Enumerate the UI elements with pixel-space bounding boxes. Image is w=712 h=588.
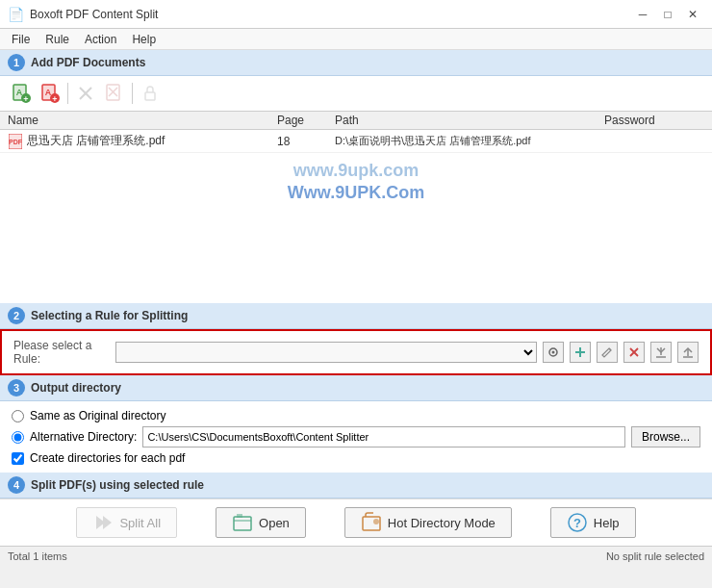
add-pdf-button[interactable]: A + bbox=[8, 80, 35, 107]
split-all-button[interactable]: Split All bbox=[76, 507, 177, 538]
svg-text:PDF: PDF bbox=[9, 139, 22, 145]
table-row[interactable]: PDF 思迅天店 店铺管理系统.pdf 18 D:\桌面说明书\思迅天店 店铺管… bbox=[0, 130, 712, 153]
add-folder-button[interactable]: A + bbox=[37, 80, 64, 107]
section3-number: 3 bbox=[8, 379, 25, 396]
add-rule-button[interactable] bbox=[570, 342, 591, 363]
menu-action[interactable]: Action bbox=[77, 31, 124, 48]
import-rule-button[interactable] bbox=[650, 342, 672, 363]
section3-header: 3 Output directory bbox=[0, 375, 712, 401]
svg-line-23 bbox=[609, 348, 611, 350]
pdf-file-icon: PDF bbox=[8, 134, 23, 149]
create-dirs-checkbox[interactable] bbox=[12, 452, 24, 465]
open-icon bbox=[232, 512, 253, 533]
hot-directory-button[interactable]: Hot Directory Mode bbox=[344, 507, 512, 538]
title-bar: 📄 Boxoft PDF Content Split ─ □ ✕ bbox=[0, 0, 712, 29]
col-header-path: Path bbox=[335, 114, 604, 127]
section2-title: Selecting a Rule for Splitting bbox=[31, 309, 188, 322]
section3-title: Output directory bbox=[31, 381, 121, 395]
svg-point-35 bbox=[373, 519, 379, 524]
output-section: Same as Original directory Alternative D… bbox=[0, 401, 712, 473]
hot-directory-icon bbox=[361, 512, 382, 533]
same-dir-radio[interactable] bbox=[12, 410, 24, 422]
lock-icon bbox=[140, 84, 160, 103]
section4-header: 4 Split PDF(s) using selected rule bbox=[0, 473, 712, 499]
rule-dropdown[interactable] bbox=[115, 342, 537, 363]
remove-icon bbox=[76, 84, 95, 103]
clear-button[interactable] bbox=[101, 80, 128, 107]
view-icon bbox=[547, 345, 560, 359]
svg-rect-32 bbox=[234, 517, 251, 530]
toolbar-sep1 bbox=[67, 83, 68, 104]
svg-text:+: + bbox=[23, 94, 28, 104]
file-list-body: PDF 思迅天店 店铺管理系统.pdf 18 D:\桌面说明书\思迅天店 店铺管… bbox=[0, 130, 712, 303]
col-header-name: Name bbox=[8, 114, 277, 127]
password-button[interactable] bbox=[137, 80, 164, 107]
section2-header: 2 Selecting a Rule for Splitting bbox=[0, 303, 712, 329]
watermark: www.9upk.com Www.9UPK.Com bbox=[0, 153, 712, 211]
export-rule-button[interactable] bbox=[677, 342, 699, 363]
menu-rule[interactable]: Rule bbox=[38, 31, 77, 48]
minimize-button[interactable]: ─ bbox=[631, 5, 654, 24]
col-header-page: Page bbox=[277, 114, 335, 127]
svg-rect-15 bbox=[145, 92, 155, 100]
svg-text:+: + bbox=[52, 94, 57, 104]
app-icon: 📄 bbox=[8, 7, 24, 22]
section4-title: Split PDF(s) using selected rule bbox=[31, 478, 204, 492]
same-as-original-row: Same as Original directory bbox=[12, 409, 700, 422]
section1-number: 1 bbox=[8, 54, 25, 71]
add-pdf-icon: A + bbox=[12, 84, 31, 103]
view-rule-button[interactable] bbox=[543, 342, 564, 363]
file-list-header: Name Page Path Password bbox=[0, 112, 712, 130]
dir-path-input[interactable] bbox=[142, 426, 625, 447]
menu-bar: File Rule Action Help bbox=[0, 29, 712, 50]
file-list-area: Name Page Path Password PDF 思迅天店 店铺管理系统.… bbox=[0, 112, 712, 303]
section4-number: 4 bbox=[8, 476, 25, 494]
svg-marker-31 bbox=[103, 516, 112, 529]
close-button[interactable]: ✕ bbox=[681, 5, 704, 24]
window-controls: ─ □ ✕ bbox=[631, 5, 704, 24]
file-page-cell: 18 bbox=[277, 135, 335, 148]
action-bar: Split All Open Hot Directory Mode ? Help bbox=[0, 499, 712, 546]
window-title: Boxoft PDF Content Split bbox=[30, 8, 158, 21]
svg-text:?: ? bbox=[573, 516, 581, 530]
status-left: Total 1 items bbox=[8, 550, 67, 562]
edit-rule-icon bbox=[600, 345, 614, 359]
edit-rule-button[interactable] bbox=[597, 342, 618, 363]
browse-button[interactable]: Browse... bbox=[631, 426, 700, 447]
add-rule-icon bbox=[573, 345, 587, 359]
delete-rule-button[interactable] bbox=[623, 342, 645, 363]
alt-dir-radio[interactable] bbox=[12, 431, 24, 444]
split-all-icon bbox=[92, 512, 114, 533]
file-path-cell: D:\桌面说明书\思迅天店 店铺管理系统.pdf bbox=[335, 134, 604, 148]
help-button[interactable]: ? Help bbox=[550, 507, 636, 538]
remove-button[interactable] bbox=[72, 80, 99, 107]
menu-file[interactable]: File bbox=[4, 31, 38, 48]
alt-dir-label: Alternative Directory: bbox=[30, 430, 137, 444]
svg-rect-33 bbox=[237, 514, 242, 518]
svg-point-20 bbox=[552, 351, 555, 354]
section1-title: Add PDF Documents bbox=[31, 56, 145, 69]
rule-label: Please select a Rule: bbox=[13, 339, 110, 366]
create-dirs-label: Create directories for each pdf bbox=[30, 451, 185, 465]
help-icon: ? bbox=[567, 512, 588, 533]
same-dir-label: Same as Original directory bbox=[30, 409, 165, 422]
rule-row: Please select a Rule: bbox=[13, 339, 699, 366]
section1-header: 1 Add PDF Documents bbox=[0, 50, 712, 76]
clear-icon bbox=[105, 84, 124, 103]
create-dirs-row: Create directories for each pdf bbox=[12, 451, 700, 465]
open-button[interactable]: Open bbox=[216, 507, 306, 538]
import-icon bbox=[654, 345, 668, 359]
file-name-cell: PDF 思迅天店 店铺管理系统.pdf bbox=[8, 133, 277, 149]
export-icon bbox=[681, 345, 695, 359]
maximize-button[interactable]: □ bbox=[656, 5, 679, 24]
status-bar: Total 1 items No split rule selected bbox=[0, 546, 712, 565]
add-folder-icon: A + bbox=[40, 84, 60, 103]
col-header-password: Password bbox=[604, 114, 704, 127]
alternative-dir-row: Alternative Directory: Browse... bbox=[12, 426, 700, 447]
toolbar-sep2 bbox=[132, 83, 133, 104]
section2-number: 2 bbox=[8, 307, 25, 324]
add-documents-toolbar: A + A + bbox=[0, 76, 712, 112]
delete-rule-icon bbox=[627, 345, 641, 359]
rule-section: Please select a Rule: bbox=[0, 329, 712, 375]
menu-help[interactable]: Help bbox=[124, 31, 164, 48]
